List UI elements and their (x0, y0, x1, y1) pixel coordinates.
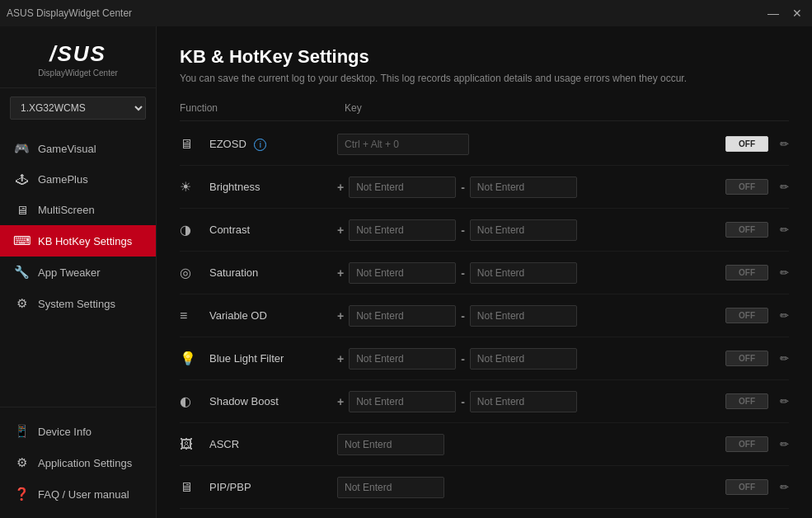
ezosd-label: EZOSD i (209, 138, 337, 151)
faq-icon: ❓ (13, 487, 30, 502)
sidebar-item-faq[interactable]: ❓ FAQ / User manual (0, 478, 156, 510)
table-row: 🖥 PIP/PBP OFF ✏ (180, 466, 789, 509)
gameplus-label: GamePlus (38, 173, 88, 186)
contrast-controls: + - OFF ✏ (337, 219, 789, 241)
brightness-plus-input[interactable] (349, 177, 456, 198)
table-row: ◑ Contrast + - OFF ✏ (180, 209, 789, 252)
system-settings-icon: ⚙ (13, 296, 30, 311)
saturation-edit-icon[interactable]: ✏ (780, 266, 789, 279)
window-controls: — ✕ (764, 7, 805, 20)
shadow-boost-plus-input[interactable] (349, 391, 456, 412)
contrast-toggle[interactable]: OFF (725, 222, 768, 238)
logo-area: /SUS DisplayWidget Center (0, 26, 156, 88)
minimize-button[interactable]: — (764, 7, 782, 20)
variable-od-plus-input[interactable] (349, 305, 456, 327)
minus-sign: - (461, 224, 465, 237)
ezosd-key-input[interactable] (337, 134, 469, 155)
brightness-edit-icon[interactable]: ✏ (780, 181, 789, 193)
multiscreen-label: MultiScreen (38, 204, 95, 216)
variable-od-minus-input[interactable] (470, 305, 577, 327)
table-row: 🖼 ASCR OFF ✏ (180, 423, 789, 466)
col-headers: Function Key (180, 99, 789, 121)
ascr-key-input[interactable] (337, 434, 444, 455)
page-title: KB & HotKey Settings (180, 46, 789, 68)
saturation-label: Saturation (209, 266, 337, 279)
variable-od-icon: ≡ (180, 308, 209, 323)
blue-light-toggle[interactable]: OFF (725, 351, 768, 366)
table-row: 🖥 KVM OFF ✏ (180, 509, 789, 518)
plus-sign: + (337, 181, 344, 194)
shadow-boost-minus-input[interactable] (470, 391, 577, 412)
pip-pbp-edit-icon[interactable]: ✏ (780, 481, 789, 493)
pip-pbp-toggle[interactable]: OFF (725, 479, 768, 495)
multiscreen-icon: 🖥 (13, 203, 30, 217)
ezosd-icon: 🖥 (180, 137, 209, 152)
settings-table: Function Key 🖥 EZOSD i OFF ✏ ☀ (180, 99, 789, 518)
sidebar-item-kb-hotkey[interactable]: ⌨ KB HotKey Settings (0, 225, 156, 257)
titlebar: ASUS DisplayWidget Center — ✕ (0, 0, 812, 26)
sidebar-item-app-tweaker[interactable]: 🔧 App Tweaker (0, 257, 156, 288)
kb-hotkey-icon: ⌨ (13, 233, 30, 248)
pip-pbp-label: PIP/PBP (209, 481, 337, 493)
close-button[interactable]: ✕ (789, 7, 805, 20)
app-body: /SUS DisplayWidget Center 1.XG32WCMS 🎮 G… (0, 26, 812, 518)
minus-sign: - (461, 181, 465, 194)
saturation-plus-input[interactable] (349, 262, 456, 284)
gameplus-icon: 🕹 (13, 172, 30, 186)
minus-sign: - (461, 266, 465, 280)
brightness-label: Brightness (209, 181, 337, 193)
device-selector[interactable]: 1.XG32WCMS (10, 97, 146, 120)
plus-sign: + (337, 224, 344, 237)
saturation-controls: + - OFF ✏ (337, 262, 789, 284)
ezosd-edit-icon[interactable]: ✏ (780, 138, 789, 150)
brightness-toggle[interactable]: OFF (725, 179, 768, 195)
sidebar-item-multiscreen[interactable]: 🖥 MultiScreen (0, 195, 156, 225)
ezosd-info-icon[interactable]: i (254, 139, 266, 151)
blue-light-plus-input[interactable] (349, 348, 456, 370)
pip-pbp-key-input[interactable] (337, 477, 444, 498)
sidebar-item-system-settings[interactable]: ⚙ System Settings (0, 288, 156, 319)
contrast-icon: ◑ (180, 222, 209, 238)
shadow-boost-toggle[interactable]: OFF (725, 393, 768, 409)
blue-light-minus-input[interactable] (470, 348, 577, 370)
saturation-minus-input[interactable] (470, 262, 577, 284)
variable-od-edit-icon[interactable]: ✏ (780, 309, 789, 322)
table-row: ◎ Saturation + - OFF ✏ (180, 252, 789, 294)
ascr-icon: 🖼 (180, 437, 209, 452)
ezosd-toggle[interactable]: OFF (725, 136, 768, 152)
plus-sign: + (337, 266, 344, 280)
sidebar: /SUS DisplayWidget Center 1.XG32WCMS 🎮 G… (0, 26, 157, 518)
sidebar-item-device-info[interactable]: 📱 Device Info (0, 416, 156, 447)
saturation-icon: ◎ (180, 265, 209, 280)
saturation-toggle[interactable]: OFF (725, 265, 768, 280)
sidebar-item-gamevisual[interactable]: 🎮 GameVisual (0, 133, 156, 164)
ascr-edit-icon[interactable]: ✏ (780, 438, 789, 450)
shadow-boost-controls: + - OFF ✏ (337, 391, 789, 412)
col-function-header: Function (180, 102, 345, 114)
minus-sign: - (461, 309, 465, 323)
blue-light-icon: 💡 (180, 351, 209, 366)
contrast-edit-icon[interactable]: ✏ (780, 224, 789, 236)
ascr-label: ASCR (209, 438, 337, 450)
application-settings-label: Application Settings (38, 457, 132, 469)
table-row: ◐ Shadow Boost + - OFF ✏ (180, 380, 789, 423)
table-row: ☀ Brightness + - OFF ✏ (180, 166, 789, 209)
kb-hotkey-label: KB HotKey Settings (38, 235, 132, 247)
shadow-boost-edit-icon[interactable]: ✏ (780, 395, 789, 407)
variable-od-toggle[interactable]: OFF (725, 308, 768, 323)
ascr-toggle[interactable]: OFF (725, 436, 768, 452)
blue-light-edit-icon[interactable]: ✏ (780, 352, 789, 365)
minus-sign: - (461, 395, 465, 408)
contrast-plus-input[interactable] (349, 219, 456, 241)
plus-sign: + (337, 395, 344, 408)
main-content: KB & HotKey Settings You can save the cu… (157, 26, 812, 518)
sidebar-item-gameplus[interactable]: 🕹 GamePlus (0, 164, 156, 195)
page-subtitle: You can save the current log to your des… (180, 73, 789, 84)
table-row: 🖥 EZOSD i OFF ✏ (180, 123, 789, 166)
contrast-minus-input[interactable] (470, 219, 577, 241)
sidebar-item-application-settings[interactable]: ⚙ Application Settings (0, 447, 156, 478)
brightness-controls: + - OFF ✏ (337, 177, 789, 198)
device-info-label: Device Info (38, 426, 92, 438)
brightness-minus-input[interactable] (470, 177, 577, 198)
shadow-boost-label: Shadow Boost (209, 395, 337, 407)
